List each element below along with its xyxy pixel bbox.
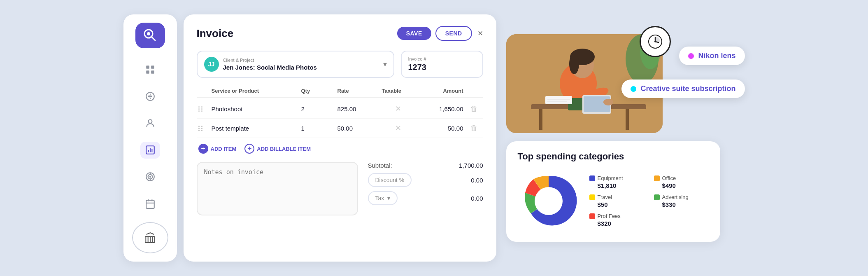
- creative-suite-card: Creative suite subscription: [621, 80, 745, 98]
- discount-button[interactable]: Discount %: [368, 173, 412, 187]
- close-button[interactable]: ×: [478, 28, 483, 39]
- legend-color-office: [654, 175, 660, 181]
- legend-value-equipment: $1,810: [598, 182, 644, 189]
- tax-dropdown[interactable]: Tax ▾: [368, 191, 398, 205]
- sidebar-item-billing[interactable]: [140, 88, 160, 105]
- svg-rect-26: [539, 109, 542, 130]
- legend-color-proffees: [589, 213, 595, 219]
- svg-rect-18: [146, 200, 154, 208]
- legend-advertising: Advertising $330: [654, 194, 709, 208]
- legend-proffees: Prof Fees $320: [589, 213, 644, 227]
- send-button[interactable]: SEND: [435, 26, 472, 41]
- sidebar-item-target[interactable]: [140, 168, 160, 185]
- invoice-number-label: Invoice #: [408, 56, 476, 61]
- donut-chart: [518, 170, 579, 232]
- delete-row-icon[interactable]: 🗑: [467, 124, 482, 133]
- table-row: Post template 1 50.00 ✕ 50.00 🗑: [197, 119, 483, 138]
- legend-value-proffees: $320: [598, 220, 644, 227]
- col-qty: Qty: [301, 88, 334, 94]
- app-logo[interactable]: [135, 23, 165, 48]
- delete-row-icon[interactable]: 🗑: [467, 105, 482, 113]
- legend-value-office: $490: [662, 182, 709, 189]
- table-header: Service or Product Qty Rate Taxable Amou…: [197, 88, 483, 98]
- tax-label: Tax: [375, 195, 384, 201]
- client-select[interactable]: JJ Client & Project Jen Jones: Social Me…: [197, 51, 394, 78]
- taxable-x-icon: ✕: [395, 104, 401, 113]
- svg-point-31: [569, 54, 579, 74]
- svg-point-1: [147, 32, 150, 35]
- add-item-button[interactable]: + ADD ITEM: [198, 144, 237, 154]
- legend-value-travel: $50: [598, 201, 644, 208]
- legend-name-travel: Travel: [598, 194, 612, 200]
- drag-handle-icon[interactable]: [198, 126, 208, 131]
- legend-color-equipment: [589, 175, 595, 181]
- discount-value: 0.00: [471, 177, 483, 184]
- legend-color-travel: [589, 194, 595, 200]
- sidebar-bank-icon[interactable]: [132, 222, 168, 253]
- sidebar-item-apps[interactable]: [140, 61, 160, 78]
- add-billable-label: ADD BILLABLE ITEM: [257, 146, 311, 152]
- invoice-bottom: Subtotal: 1,700.00 Discount % 0.00 Tax ▾…: [197, 162, 483, 215]
- row-taxable[interactable]: ✕: [382, 124, 415, 133]
- legend-equipment: Equipment $1,810: [589, 175, 644, 189]
- subtotal-value: 1,700.00: [459, 162, 483, 169]
- legend-color-advertising: [654, 194, 660, 200]
- suite-label: Creative suite subscription: [640, 84, 735, 93]
- row-service-name[interactable]: Photoshoot: [212, 105, 298, 112]
- svg-point-8: [148, 120, 152, 124]
- tax-chevron-icon: ▾: [387, 195, 390, 201]
- row-service-name[interactable]: Post template: [212, 125, 298, 132]
- row-taxable[interactable]: ✕: [382, 104, 415, 113]
- invoice-actions: SAVE SEND ×: [397, 26, 483, 41]
- nikon-label: Nikon lens: [698, 51, 735, 60]
- legend-name-proffees: Prof Fees: [598, 213, 621, 219]
- svg-rect-6: [151, 70, 154, 74]
- legend-value-advertising: $330: [662, 201, 709, 208]
- subtotal-label: Subtotal:: [368, 162, 392, 169]
- taxable-x-icon: ✕: [395, 124, 401, 133]
- notes-input[interactable]: [197, 162, 358, 215]
- col-rate: Rate: [337, 88, 379, 94]
- nikon-lens-card: Nikon lens: [679, 47, 745, 65]
- discount-row: Discount % 0.00: [368, 173, 483, 187]
- legend-office: Office $490: [654, 175, 709, 189]
- sidebar-item-calendar[interactable]: [140, 195, 160, 212]
- svg-rect-27: [626, 109, 629, 130]
- add-icon: +: [198, 144, 208, 154]
- client-label: Client & Project: [223, 58, 379, 63]
- subtotal-row: Subtotal: 1,700.00: [368, 162, 483, 169]
- tax-value: 0.00: [471, 195, 483, 202]
- add-billable-icon: +: [244, 144, 254, 154]
- row-rate[interactable]: 50.00: [337, 125, 379, 132]
- table-row: Photoshoot 2 825.00 ✕ 1,650.00 🗑: [197, 99, 483, 119]
- client-name: Jen Jones: Social Media Photos: [223, 64, 379, 71]
- col-amount: Amount: [418, 88, 463, 94]
- invoice-number-box: Invoice # 1273: [401, 51, 483, 78]
- add-billable-button[interactable]: + ADD BILLABLE ITEM: [244, 144, 311, 154]
- invoice-meta: JJ Client & Project Jen Jones: Social Me…: [197, 51, 483, 78]
- legend-name-equipment: Equipment: [598, 175, 623, 181]
- right-panel: Nikon lens Creative suite subscription: [506, 34, 745, 242]
- sidebar-item-reports[interactable]: [140, 142, 160, 159]
- legend-name-advertising: Advertising: [662, 194, 689, 200]
- invoice-number-value[interactable]: 1273: [408, 63, 476, 72]
- svg-point-15: [149, 176, 150, 177]
- clock-icon: [640, 26, 671, 57]
- tax-row: Tax ▾ 0.00: [368, 191, 483, 205]
- spending-title: Top spending categories: [518, 151, 709, 162]
- svg-line-2: [151, 36, 155, 40]
- svg-rect-37: [545, 96, 572, 104]
- save-button[interactable]: SAVE: [397, 27, 431, 40]
- row-qty[interactable]: 1: [301, 125, 334, 132]
- svg-rect-3: [146, 65, 149, 69]
- add-items-row: + ADD ITEM + ADD BILLABLE ITEM: [197, 138, 483, 154]
- legend-travel: Travel $50: [589, 194, 644, 208]
- legend-name-office: Office: [662, 175, 676, 181]
- svg-rect-4: [151, 65, 154, 69]
- row-rate[interactable]: 825.00: [337, 105, 379, 112]
- row-qty[interactable]: 2: [301, 105, 334, 112]
- drag-handle-icon[interactable]: [198, 106, 208, 112]
- client-info: Client & Project Jen Jones: Social Media…: [223, 58, 379, 71]
- sidebar-item-contacts[interactable]: [140, 115, 160, 132]
- chevron-down-icon: ▾: [383, 60, 387, 69]
